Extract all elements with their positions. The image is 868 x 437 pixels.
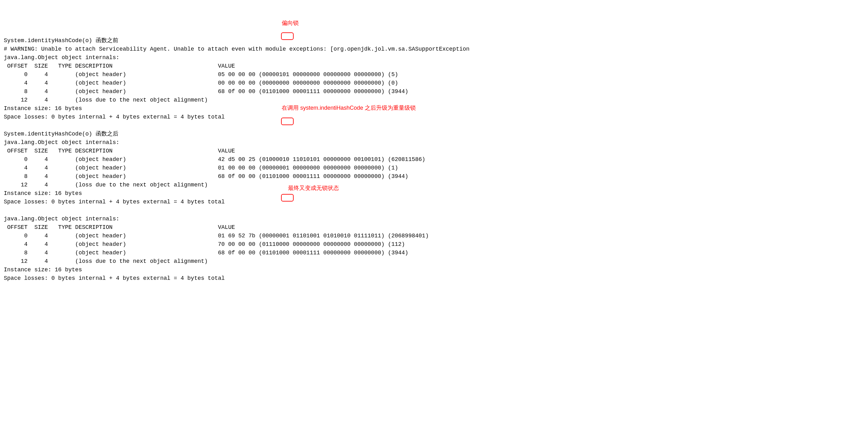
- table-row: 0 4 (object header) 42 d5 00 25 (0100001…: [4, 155, 864, 164]
- highlight-box: [281, 117, 293, 125]
- table-row: 0 4 (object header) 05 00 00 00 (0000010…: [4, 70, 864, 79]
- highlight-box: [281, 32, 293, 40]
- internals-line: java.lang.Object object internals:: [4, 54, 864, 62]
- blank-line: [4, 121, 864, 130]
- instance-size-line: Instance size: 16 bytes: [4, 189, 864, 198]
- internals-line: java.lang.Object object internals:: [4, 215, 864, 223]
- table-header: OFFSET SIZE TYPE DESCRIPTION VALUE: [4, 62, 864, 70]
- table-row: 12 4 (loss due to the next object alignm…: [4, 257, 864, 266]
- table-row: 12 4 (loss due to the next object alignm…: [4, 96, 864, 104]
- annotation-label: 最终又变成无锁状态: [288, 184, 339, 192]
- annotation-label: 偏向锁: [282, 19, 299, 27]
- table-row: 4 4 (object header) 00 00 00 00 (0000000…: [4, 79, 864, 88]
- space-losses-line: Space losses: 0 bytes internal + 4 bytes…: [4, 113, 864, 121]
- table-row: 0 4 (object header) 01 69 52 7b (0000000…: [4, 232, 864, 240]
- internals-line: java.lang.Object object internals:: [4, 138, 864, 147]
- instance-size-line: Instance size: 16 bytes: [4, 266, 864, 274]
- table-row: 4 4 (object header) 70 00 00 00 (0111000…: [4, 240, 864, 249]
- space-losses-line: Space losses: 0 bytes internal + 4 bytes…: [4, 198, 864, 206]
- space-losses-line: Space losses: 0 bytes internal + 4 bytes…: [4, 274, 864, 282]
- section-title: System.identityHashCode(o) 函数之前: [4, 36, 864, 45]
- blank-line: [4, 206, 864, 215]
- table-row: 8 4 (object header) 68 0f 00 00 (0110100…: [4, 172, 864, 181]
- table-header: OFFSET SIZE TYPE DESCRIPTION VALUE: [4, 223, 864, 232]
- annotation-label: 在调用 system.indentiHashCode 之后升级为重量级锁: [282, 104, 416, 112]
- table-row: 8 4 (object header) 68 0f 00 00 (0110100…: [4, 249, 864, 257]
- highlight-box: [281, 194, 293, 202]
- table-row: 8 4 (object header) 68 0f 00 00 (0110100…: [4, 88, 864, 96]
- table-header: OFFSET SIZE TYPE DESCRIPTION VALUE: [4, 147, 864, 155]
- table-row: 4 4 (object header) 01 00 00 00 (0000000…: [4, 164, 864, 172]
- instance-size-line: Instance size: 16 bytes: [4, 104, 864, 113]
- section-title: System.identityHashCode(o) 函数之后: [4, 130, 864, 138]
- table-row: 12 4 (loss due to the next object alignm…: [4, 181, 864, 189]
- warning-line: # WARNING: Unable to attach Serviceabili…: [4, 45, 864, 54]
